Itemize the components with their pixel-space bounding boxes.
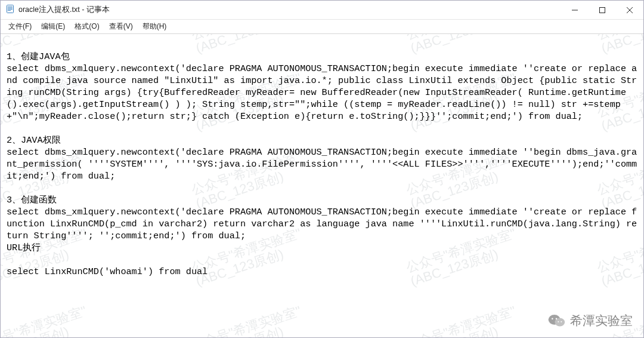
svg-rect-2 [8,8,13,8]
menu-format[interactable]: 格式(O) [70,20,103,33]
svg-rect-6 [600,7,605,13]
svg-point-13 [558,321,559,322]
minimize-button[interactable] [561,1,589,20]
titlebar-left: oracle注入提权.txt - 记事本 [5,4,110,16]
svg-rect-1 [8,7,13,7]
menu-help[interactable]: 帮助(H) [138,20,171,33]
menu-edit[interactable]: 编辑(E) [37,20,69,33]
window-title: oracle注入提权.txt - 记事本 [18,5,110,15]
wechat-icon [547,313,565,328]
close-button[interactable] [616,1,643,20]
svg-rect-4 [8,10,11,11]
svg-point-11 [552,318,553,319]
svg-point-12 [556,318,558,319]
titlebar: oracle注入提权.txt - 记事本 [1,1,643,20]
txt-file-icon [5,4,15,16]
menu-view[interactable]: 查看(V) [105,20,137,33]
svg-rect-5 [572,10,578,10]
footer-watermark-text: 希潭实验室 [570,312,633,329]
editor-area[interactable]: 公众号"希潭实验室"(ABC_123原创)公众号"希潭实验室"(ABC_123原… [1,34,643,337]
window-buttons [561,1,643,20]
svg-point-14 [561,321,562,322]
svg-rect-3 [8,9,13,10]
text-content[interactable]: 1、创建JAVA包 select dbms_xmlquery.newcontex… [1,34,643,282]
maximize-button[interactable] [589,1,616,20]
notepad-window: oracle注入提权.txt - 记事本 文件(F) 编辑(E) 格式(O) 查… [0,0,644,338]
menu-file[interactable]: 文件(F) [4,20,36,33]
menubar: 文件(F) 编辑(E) 格式(O) 查看(V) 帮助(H) [1,20,643,34]
footer-watermark: 希潭实验室 [547,312,633,329]
